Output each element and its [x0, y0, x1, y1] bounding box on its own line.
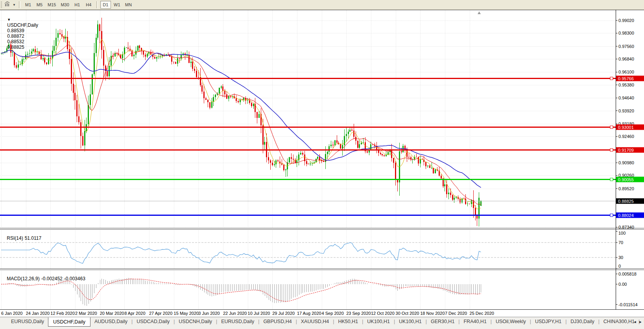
svg-text:30: 30: [618, 255, 623, 260]
svg-text:0.005818: 0.005818: [618, 272, 637, 276]
tab-usdjpy-h1[interactable]: USDJPY,H1: [531, 318, 565, 326]
line-anchor-handle[interactable]: [610, 77, 613, 80]
tab-dj30-daily[interactable]: DJ30,Daily: [566, 318, 598, 326]
timeframe-m15-button[interactable]: M15: [46, 1, 58, 9]
svg-text:27 Apr 2020: 27 Apr 2020: [149, 311, 172, 316]
timeframe-h4-button[interactable]: H4: [83, 1, 94, 9]
timeframe-w1-button[interactable]: W1: [112, 1, 122, 9]
timeframe-buttons: M1M5M15M30H1H4D1W1MN: [22, 0, 134, 9]
svg-text:0.93001: 0.93001: [618, 125, 634, 130]
svg-text:-0.011514: -0.011514: [618, 302, 638, 307]
line-anchor-handle[interactable]: [610, 126, 613, 129]
svg-text:18 Nov 2020: 18 Nov 2020: [420, 311, 445, 316]
chart-symbol: USDCHF,Daily: [7, 22, 38, 28]
svg-text:0.96840: 0.96840: [618, 57, 634, 61]
ohlc-close: 0.88825: [7, 44, 24, 50]
svg-text:10 Jul 2020: 10 Jul 2020: [248, 311, 270, 316]
svg-text:23 Sep 2020: 23 Sep 2020: [346, 311, 371, 316]
tab-audusd-daily[interactable]: AUDUSD,Daily: [90, 318, 131, 326]
time-axis: 6 Jan 202024 Jan 202012 Feb 20202 Mar 20…: [1, 311, 494, 316]
svg-text:0.89520: 0.89520: [618, 186, 634, 191]
svg-text:2 Mar 2020: 2 Mar 2020: [75, 311, 97, 316]
svg-text:25 Dec 2020: 25 Dec 2020: [470, 311, 494, 316]
svg-text:15 May 2020: 15 May 2020: [174, 311, 199, 316]
tab-uk100-h1[interactable]: UK100,H1: [395, 318, 426, 326]
tab-scroll-buttons: ◄ ►: [632, 319, 643, 325]
timeframe-m30-button[interactable]: M30: [59, 1, 71, 9]
svg-text:24 Jan 2020: 24 Jan 2020: [26, 311, 50, 316]
tab-fra40-h1[interactable]: FRA40,H1: [459, 318, 490, 326]
svg-text:100: 100: [618, 231, 626, 235]
svg-text:0.94640: 0.94640: [618, 96, 634, 100]
mini-chart-icon: [4, 1, 11, 7]
svg-text:0.95380: 0.95380: [618, 83, 634, 87]
toolbar-separator: [96, 1, 98, 8]
svg-text:8 Apr 2020: 8 Apr 2020: [124, 311, 145, 316]
chart-ohlc-title: ▼ USDCHF,Daily 0.88539 0.88872 0.88532 0…: [2, 11, 40, 55]
svg-text:0: 0: [618, 264, 621, 268]
svg-text:0.91709: 0.91709: [618, 148, 634, 153]
svg-text:0.99020: 0.99020: [618, 18, 634, 23]
macd-indicator-label: MACD(12,26,9)-0.002452-0.003463: [2, 270, 87, 287]
line-anchor-handle[interactable]: [610, 178, 613, 181]
collapse-arrow-icon[interactable]: ▼: [7, 18, 11, 22]
timeframe-m5-button[interactable]: M5: [34, 1, 45, 9]
svg-text:7 Dec 2020: 7 Dec 2020: [445, 311, 467, 316]
svg-text:0.93920: 0.93920: [618, 108, 634, 113]
svg-text:6 Jan 2020: 6 Jan 2020: [1, 311, 22, 316]
svg-text:0.95766: 0.95766: [618, 76, 634, 81]
tab-gbpusd-h4[interactable]: GBPUSD,H4: [259, 318, 295, 326]
toolbar-drag-handle[interactable]: [1, 2, 2, 8]
tab-usdchf-daily[interactable]: USDCHF,Daily: [48, 317, 90, 327]
timeframe-m1-button[interactable]: M1: [23, 1, 33, 9]
tab-uk100-h1[interactable]: UK100,H1: [363, 318, 394, 326]
ohlc-open: 0.88539: [7, 28, 24, 33]
line-anchor-handle[interactable]: [610, 149, 613, 151]
svg-text:12 Feb 2020: 12 Feb 2020: [50, 311, 75, 316]
svg-text:17 Aug 2020: 17 Aug 2020: [297, 311, 321, 316]
tab-eurusd-daily[interactable]: EURUSD,Daily: [217, 318, 258, 326]
ohlc-low: 0.88532: [7, 39, 24, 44]
timeframe-h1-button[interactable]: H1: [72, 1, 83, 9]
rsi-indicator-label: RSI(14)51.0117: [2, 230, 43, 246]
svg-text:0.88024: 0.88024: [618, 213, 634, 218]
svg-text:12 Oct 2020: 12 Oct 2020: [371, 311, 395, 316]
macd-signal-value: -0.003463: [64, 276, 85, 281]
svg-text:0.96100: 0.96100: [618, 70, 634, 74]
tab-ger30-h1[interactable]: GER30,H1: [427, 318, 458, 326]
svg-text:0.90055: 0.90055: [618, 177, 634, 182]
macd-name: MACD(12,26,9): [7, 276, 39, 281]
svg-text:0.87340: 0.87340: [618, 225, 634, 230]
svg-text:3 Jun 2020: 3 Jun 2020: [198, 311, 220, 316]
tab-xauusd-h4[interactable]: XAUUSD,H4: [297, 318, 333, 326]
chart-cursor-icon[interactable]: [4, 1, 11, 9]
svg-text:0.88825: 0.88825: [618, 199, 634, 204]
svg-text:0.92460: 0.92460: [618, 134, 634, 139]
timeframe-toolbar: ▼ M1M5M15M30H1H4D1W1MN: [0, 0, 644, 10]
svg-text:22 Jun 2020: 22 Jun 2020: [223, 311, 247, 316]
tab-usdcnh-daily[interactable]: USDCNH,Daily: [175, 318, 216, 326]
timeframe-mn-button[interactable]: MN: [123, 1, 134, 9]
svg-text:0.97560: 0.97560: [618, 44, 634, 49]
tab-scroll-right-icon[interactable]: ►: [638, 319, 643, 325]
tab-usdcad-daily[interactable]: USDCAD,Daily: [133, 318, 173, 326]
tab-eurusd-daily[interactable]: EURUSD,Daily: [7, 318, 48, 326]
tab-scroll-left-icon[interactable]: ◄: [632, 319, 638, 325]
svg-text:30 Oct 2020: 30 Oct 2020: [396, 311, 419, 316]
price-chart-svg: 0.990200.983000.975600.968400.961000.953…: [0, 10, 644, 317]
tab-usoil-weekly[interactable]: USOil,Weekly: [492, 318, 530, 326]
tab-hk50-h1[interactable]: HK50,H1: [334, 318, 362, 326]
rsi-value: 51.0117: [25, 235, 42, 241]
svg-text:70: 70: [618, 240, 623, 245]
svg-text:0.90980: 0.90980: [618, 160, 634, 165]
macd-main-value: -0.002452: [41, 276, 63, 281]
rsi-name: RSI(14): [7, 235, 23, 241]
svg-text:4 Sep 2020: 4 Sep 2020: [322, 311, 344, 316]
timeframe-d1-button[interactable]: D1: [100, 1, 111, 9]
svg-text:0.00: 0.00: [618, 282, 627, 287]
toolbar-separator: [19, 1, 20, 8]
svg-text:0.98300: 0.98300: [618, 31, 634, 35]
chevron-down-icon[interactable]: ▼: [11, 1, 17, 9]
line-anchor-handle[interactable]: [610, 214, 613, 217]
svg-text:20 Mar 2020: 20 Mar 2020: [100, 311, 124, 316]
